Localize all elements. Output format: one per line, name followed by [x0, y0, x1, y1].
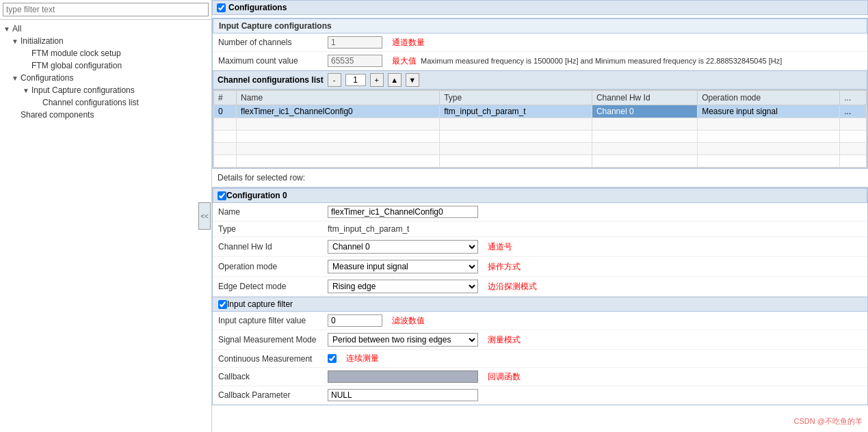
col-num: # [214, 91, 237, 105]
number-of-channels-row: Number of channels 通道数量 [213, 33, 867, 52]
name-field-label: Name [218, 207, 328, 217]
edge-detect-label: Edge Detect mode [218, 282, 328, 291]
sidebar-tree: ▼ All ▼ Initialization FTM module clock … [0, 20, 211, 432]
cell-op-mode: Measure input signal [698, 105, 840, 118]
channel-list-header-label: Channel configurations list [218, 75, 324, 85]
channel-hw-id-value: Channel 0 Channel 1 Channel 2 Channel 3 … [328, 240, 862, 254]
callback-row: Callback 回调函数 [213, 368, 867, 386]
arrow-ftm-global [22, 62, 30, 70]
collapse-sidebar-button[interactable]: << [198, 202, 211, 230]
continuous-annotation: 连续测量 [346, 353, 379, 364]
cell-name: flexTimer_ic1_ChannelConfig0 [237, 105, 440, 118]
sidebar-label-initialization: Initialization [21, 36, 64, 46]
callback-label: Callback [218, 372, 328, 381]
main-panel: Configurations Input Capture configurati… [212, 0, 868, 432]
move-up-button[interactable]: ▲ [388, 73, 402, 87]
edge-detect-value: Rising edge Falling edge Both edges 边沿探测… [328, 280, 862, 293]
channel-hw-id-label: Channel Hw Id [218, 242, 328, 252]
continuous-measurement-value: 连续测量 [328, 353, 862, 364]
sidebar-label-ftm-clock: FTM module clock setup [31, 49, 121, 58]
sidebar-label-input-capture: Input Capture configurations [31, 85, 135, 95]
sidebar-item-channel-list[interactable]: Channel configurations list [0, 96, 211, 109]
signal-measurement-label: Signal Measurement Mode [218, 335, 328, 345]
arrow-channel-list [33, 98, 41, 107]
max-count-value-container: 最大值 Maximum measured frequency is 150000… [328, 55, 862, 67]
arrow-input-capture: ▼ [22, 86, 30, 94]
callback-value-container: 回调函数 [328, 370, 862, 383]
sidebar-label-ftm-global: FTM global configuration [31, 61, 122, 70]
callback-param-row: Callback Parameter [213, 386, 867, 405]
cell-hw-id: Channel 0 [592, 105, 697, 118]
sidebar-search-container [0, 0, 211, 20]
type-field-value: ftm_input_ch_param_t [328, 224, 862, 234]
operation-mode-label: Operation mode [218, 262, 328, 271]
input-capture-filter-header: Input capture filter [213, 297, 867, 312]
signal-measurement-row: Signal Measurement Mode Period between t… [213, 330, 867, 350]
max-count-row: Maximum count value 最大值 Maximum measured… [213, 52, 867, 70]
sidebar-item-all[interactable]: ▼ All [0, 23, 211, 35]
col-hw-id: Channel Hw Id [592, 91, 697, 105]
config0-label: Configuration 0 [226, 191, 287, 200]
channel-hw-id-row: Channel Hw Id Channel 0 Channel 1 Channe… [213, 237, 867, 257]
table-row-empty-2 [214, 131, 867, 143]
edge-detect-select[interactable]: Rising edge Falling edge Both edges [328, 280, 478, 293]
name-field-row: Name [213, 203, 867, 221]
signal-measurement-select[interactable]: Period between two rising edges Period b… [328, 333, 478, 347]
table-row-empty-1 [214, 118, 867, 131]
arrow-configurations: ▼ [11, 74, 19, 82]
callback-param-label: Callback Parameter [218, 390, 328, 400]
col-name: Name [237, 91, 440, 105]
table-row-empty-4 [214, 155, 867, 167]
arrow-all: ▼ [3, 25, 11, 33]
continuous-measurement-label: Continuous Measurement [218, 354, 328, 364]
sidebar-label-configurations: Configurations [21, 73, 73, 83]
continuous-measurement-row: Continuous Measurement 连续测量 [213, 350, 867, 368]
edge-detect-row: Edge Detect mode Rising edge Falling edg… [213, 277, 867, 297]
table-header-row: # Name Type Channel Hw Id Operation mode… [214, 91, 867, 105]
sidebar: ▼ All ▼ Initialization FTM module clock … [0, 0, 212, 432]
channel-hw-id-select[interactable]: Channel 0 Channel 1 Channel 2 Channel 3 [328, 240, 478, 254]
name-field-input[interactable] [328, 206, 478, 218]
arrow-shared [11, 111, 19, 119]
max-count-label: Maximum count value [218, 56, 328, 66]
max-freq-info: Maximum measured frequency is 1500000 [H… [421, 57, 782, 65]
channel-table-container: # Name Type Channel Hw Id Operation mode… [213, 90, 867, 168]
sidebar-item-ftm-global[interactable]: FTM global configuration [0, 59, 211, 72]
sidebar-item-initialization[interactable]: ▼ Initialization [0, 35, 211, 47]
details-label: Details for selected row: [212, 169, 868, 187]
configurations-header-label: Configurations [228, 3, 287, 12]
cell-num: 0 [214, 105, 237, 118]
search-input[interactable] [3, 3, 209, 16]
callback-bar[interactable] [328, 370, 478, 383]
table-row[interactable]: 0 flexTimer_ic1_ChannelConfig0 ftm_input… [214, 105, 867, 118]
number-of-channels-label: Number of channels [218, 38, 328, 47]
sidebar-item-shared[interactable]: Shared components [0, 109, 211, 121]
config0-checkbox[interactable] [218, 191, 226, 200]
filter-value-input[interactable] [328, 314, 382, 327]
sidebar-label-all: All [12, 24, 21, 33]
type-field-text: ftm_input_ch_param_t [328, 224, 409, 234]
operation-mode-row: Operation mode Measure input signal Meas… [213, 257, 867, 277]
max-count-input [328, 55, 382, 67]
filter-annotation: 滤波数值 [392, 315, 425, 327]
sidebar-item-input-capture[interactable]: ▼ Input Capture configurations [0, 84, 211, 96]
channel-list-header: Channel configurations list - + ▲ ▼ [213, 70, 867, 90]
filter-value-row: Input capture filter value 滤波数值 [213, 312, 867, 330]
add-channel-button[interactable]: + [370, 73, 384, 87]
input-capture-filter-checkbox[interactable] [218, 300, 227, 309]
cell-dots: ... [840, 105, 867, 118]
input-capture-subsection-header: Input Capture configurations [213, 18, 867, 33]
callback-annotation: 回调函数 [488, 371, 521, 383]
callback-param-input[interactable] [328, 389, 478, 401]
type-field-label: Type [218, 224, 328, 234]
channel-index-input[interactable] [345, 74, 366, 86]
table-row-empty-3 [214, 143, 867, 155]
configurations-checkbox[interactable] [217, 3, 226, 12]
sidebar-item-ftm-clock[interactable]: FTM module clock setup [0, 47, 211, 59]
remove-channel-button[interactable]: - [328, 73, 341, 87]
channel-table: # Name Type Channel Hw Id Operation mode… [213, 90, 867, 167]
operation-mode-select[interactable]: Measure input signal Measure pulse width… [328, 260, 478, 273]
move-down-button[interactable]: ▼ [406, 73, 419, 87]
continuous-measurement-checkbox[interactable] [328, 354, 337, 363]
sidebar-item-configurations[interactable]: ▼ Configurations [0, 72, 211, 84]
